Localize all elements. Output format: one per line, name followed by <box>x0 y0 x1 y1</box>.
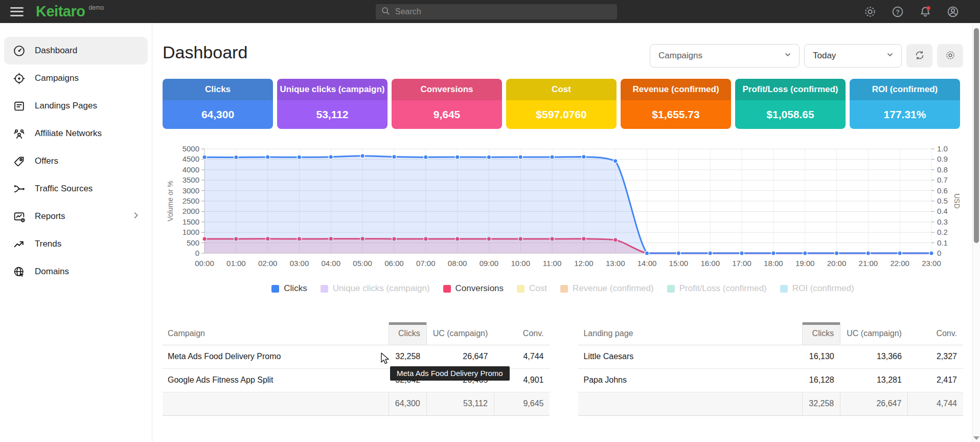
legend-item[interactable]: Revenue (confirmed) <box>560 283 654 294</box>
legend-swatch <box>271 285 279 293</box>
search-input[interactable] <box>395 7 612 16</box>
sidebar-item-traffic-sources[interactable]: Traffic Sources <box>4 175 148 203</box>
logo-demo-badge: demo <box>88 4 104 11</box>
sidebar-item-label: Affiliate Networks <box>35 128 102 139</box>
svg-text:3000: 3000 <box>183 186 199 195</box>
svg-text:2500: 2500 <box>183 196 199 205</box>
totals-row: 64,300 53,112 9,645 <box>163 392 550 415</box>
stat-card-profit-loss[interactable]: Profit/Loss (confirmed) $1,058.65 <box>735 79 846 129</box>
sidebar-item-trends[interactable]: Trends <box>4 230 148 258</box>
svg-text:0: 0 <box>195 249 199 257</box>
stat-card-value: $1,058.65 <box>735 100 846 129</box>
table-row: Meta Ads Food Delivery Promo 32,258 26,6… <box>163 345 550 368</box>
campaign-name[interactable]: Google Ads Fitness App Split <box>163 368 389 392</box>
svg-text:4500: 4500 <box>183 154 199 163</box>
campaign-name[interactable]: Meta Ads Food Delivery Promo <box>163 345 389 368</box>
gear-icon <box>945 50 956 62</box>
app-logo[interactable]: Keitaro demo <box>36 0 104 23</box>
cell-clicks: 32,258 <box>389 345 426 368</box>
column-header-uc[interactable]: UC (campaign) <box>840 322 908 345</box>
svg-text:01:00: 01:00 <box>226 259 246 268</box>
stat-card-label: ROI (confirmed) <box>850 79 960 100</box>
svg-text:USD: USD <box>953 193 960 209</box>
account-icon[interactable] <box>946 5 960 18</box>
legend-item[interactable]: ROI (confirmed) <box>780 283 854 294</box>
legend-swatch <box>517 285 525 293</box>
sidebar-item-affiliate-networks[interactable]: Affiliate Networks <box>4 120 148 147</box>
legend-item[interactable]: Conversions <box>443 283 504 294</box>
notifications-icon[interactable] <box>919 5 932 18</box>
sidebar-item-label: Trends <box>35 239 61 249</box>
svg-text:16:00: 16:00 <box>700 259 720 268</box>
stat-card-value: 177.31% <box>850 100 960 129</box>
landing-name[interactable]: Little Caesars <box>578 345 802 368</box>
sidebar-item-dashboard[interactable]: Dashboard <box>4 37 148 64</box>
gear-icon[interactable] <box>863 5 877 18</box>
stat-card-label: Profit/Loss (confirmed) <box>735 79 846 100</box>
sidebar-item-offers[interactable]: s Offers <box>4 147 148 175</box>
entity-filter-select[interactable]: Campaigns <box>650 44 800 68</box>
chevron-down-icon <box>784 51 792 61</box>
sidebar-item-reports[interactable]: Reports <box>4 203 148 230</box>
menu-toggle-button[interactable] <box>10 7 24 16</box>
legend-swatch <box>560 285 568 293</box>
stat-card-label: Clicks <box>163 79 273 100</box>
entity-filter-value: Campaigns <box>658 51 702 61</box>
sidebar-item-domains[interactable]: Domains <box>4 258 148 285</box>
legend-item[interactable]: Profit/Loss (confirmed) <box>667 283 767 294</box>
date-range-select[interactable]: Today <box>804 44 902 68</box>
cell-conv: 4,744 <box>494 345 550 368</box>
column-header-clicks[interactable]: Clicks <box>803 322 840 345</box>
svg-text:4000: 4000 <box>183 165 199 174</box>
legend-label: Clicks <box>284 283 307 294</box>
column-header-campaign[interactable]: Campaign <box>163 322 389 345</box>
stat-card-label: Cost <box>506 79 617 100</box>
svg-text:12:00: 12:00 <box>574 259 594 268</box>
search-icon <box>381 6 390 17</box>
legend-label: Cost <box>529 283 547 294</box>
svg-text:00:00: 00:00 <box>195 259 214 268</box>
totals-uc: 26,647 <box>840 392 908 415</box>
scrollbar-thumb[interactable] <box>974 28 979 243</box>
help-icon[interactable]: ? <box>891 5 904 18</box>
scrollbar-down-arrow[interactable] <box>973 436 979 440</box>
svg-text:11:00: 11:00 <box>543 259 561 268</box>
stat-card-clicks[interactable]: Clicks 64,300 <box>163 79 273 129</box>
column-header-landing-page[interactable]: Landing page <box>578 322 802 345</box>
stat-card-roi[interactable]: ROI (confirmed) 177.31% <box>850 79 960 129</box>
stat-card-value: 53,112 <box>277 100 388 129</box>
stat-card-revenue[interactable]: Revenue (confirmed) $1,655.73 <box>621 79 731 129</box>
column-header-conv[interactable]: Conv. <box>908 322 963 345</box>
totals-conv: 9,645 <box>494 392 550 415</box>
top-navbar: Keitaro demo ? <box>0 0 980 23</box>
stat-card-unique-clicks[interactable]: Unique clicks (campaign) 53,112 <box>277 79 388 129</box>
svg-text:0.5: 0.5 <box>937 196 948 205</box>
dashboard-settings-button[interactable] <box>937 44 963 68</box>
column-header-conv[interactable]: Conv. <box>494 322 550 345</box>
legend-item[interactable]: Cost <box>517 283 547 294</box>
cell-uc: 13,366 <box>840 345 908 368</box>
svg-text:03:00: 03:00 <box>290 259 309 268</box>
cell-conv: 2,327 <box>908 345 963 368</box>
column-header-uc[interactable]: UC (campaign) <box>426 322 494 345</box>
svg-text:2000: 2000 <box>183 207 199 215</box>
column-header-clicks[interactable]: Clicks <box>389 322 426 345</box>
legend-item[interactable]: Clicks <box>271 283 307 294</box>
sidebar-item-label: Offers <box>35 156 58 166</box>
svg-text:04:00: 04:00 <box>322 259 341 268</box>
page-scrollbar[interactable] <box>972 23 980 442</box>
svg-text:0.9: 0.9 <box>937 154 948 163</box>
stat-card-conversions[interactable]: Conversions 9,645 <box>392 79 502 129</box>
stat-card-cost[interactable]: Cost $597.0760 <box>506 79 617 129</box>
cell-clicks: 16,128 <box>803 368 840 392</box>
svg-text:05:00: 05:00 <box>353 259 372 268</box>
landing-name[interactable]: Papa Johns <box>578 368 802 392</box>
legend-swatch <box>667 285 675 293</box>
refresh-button[interactable] <box>906 44 932 68</box>
legend-item[interactable]: Unique clicks (campaign) <box>321 283 430 294</box>
sidebar-item-landings-pages[interactable]: Landings Pages <box>4 92 148 120</box>
legend-label: Revenue (confirmed) <box>573 283 654 294</box>
global-search[interactable] <box>376 4 617 19</box>
sidebar-item-campaigns[interactable]: Campaigns <box>4 64 148 92</box>
refresh-icon <box>914 50 925 62</box>
